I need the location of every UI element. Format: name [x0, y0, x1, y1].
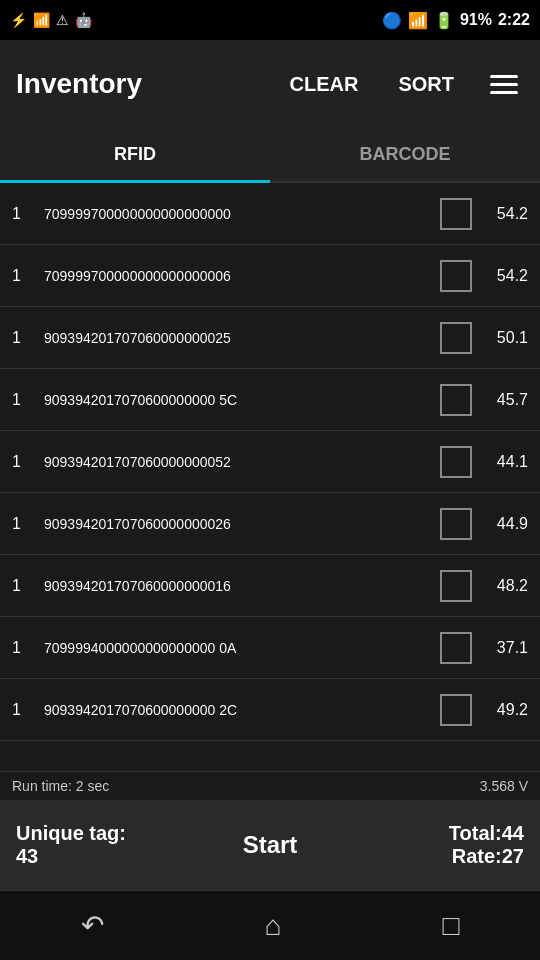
runtime-label: Run time: 2 sec [12, 778, 109, 794]
row-checkbox[interactable] [440, 260, 472, 292]
back-icon[interactable]: ↶ [81, 909, 104, 942]
row-checkbox[interactable] [440, 446, 472, 478]
row-value: 48.2 [480, 577, 528, 595]
row-id: 909394201707060000000025 [36, 330, 440, 346]
row-id: 709999700000000000000006 [36, 268, 440, 284]
row-id: 709999700000000000000000 [36, 206, 440, 222]
row-checkbox[interactable] [440, 322, 472, 354]
nav-bar: ↶ ⌂ □ [0, 890, 540, 960]
table-row: 1 9093942017070600000000 2C 49.2 [0, 679, 540, 741]
total-rate-label: Total:44 Rate:27 [340, 822, 524, 868]
row-value: 45.7 [480, 391, 528, 409]
action-bar: Unique tag: 43 Start Total:44 Rate:27 [0, 800, 540, 890]
unique-tag-label: Unique tag: 43 [16, 822, 200, 868]
android-icon: 🤖 [75, 12, 92, 28]
row-num: 1 [12, 639, 36, 657]
usb-icon: ⚡ [10, 12, 27, 28]
table-row: 1 909394201707060000000025 50.1 [0, 307, 540, 369]
clock: 2:22 [498, 11, 530, 29]
table-row: 1 909394201707060000000052 44.1 [0, 431, 540, 493]
row-id: 909394201707060000000052 [36, 454, 440, 470]
menu-button[interactable] [484, 69, 524, 100]
table-row: 1 709999700000000000000006 54.2 [0, 245, 540, 307]
unique-tag-section: Unique tag: 43 [0, 822, 200, 868]
row-id: 9093942017070600000000 5C [36, 392, 440, 408]
row-checkbox[interactable] [440, 508, 472, 540]
row-checkbox[interactable] [440, 632, 472, 664]
menu-line-3 [490, 91, 518, 94]
row-value: 54.2 [480, 267, 528, 285]
page-title: Inventory [16, 68, 260, 100]
row-id: 909394201707060000000026 [36, 516, 440, 532]
inventory-table: 1 709999700000000000000000 54.2 1 709999… [0, 183, 540, 771]
status-right: 🔵 📶 🔋 91% 2:22 [382, 11, 530, 30]
home-icon[interactable]: ⌂ [265, 910, 282, 942]
row-value: 44.1 [480, 453, 528, 471]
tab-bar: RFID BARCODE [0, 128, 540, 183]
bluetooth-icon: 🔵 [382, 11, 402, 30]
tab-rfid[interactable]: RFID [0, 128, 270, 181]
table-row: 1 709999700000000000000000 54.2 [0, 183, 540, 245]
row-value: 54.2 [480, 205, 528, 223]
row-value: 49.2 [480, 701, 528, 719]
menu-line-2 [490, 83, 518, 86]
tab-barcode[interactable]: BARCODE [270, 128, 540, 181]
row-id: 909394201707060000000016 [36, 578, 440, 594]
table-row: 1 9093942017070600000000 5C 45.7 [0, 369, 540, 431]
row-checkbox[interactable] [440, 198, 472, 230]
row-num: 1 [12, 205, 36, 223]
row-checkbox[interactable] [440, 694, 472, 726]
total-rate-section: Total:44 Rate:27 [340, 822, 540, 868]
warning-icon: ⚠ [56, 12, 69, 28]
table-row: 1 909394201707060000000016 48.2 [0, 555, 540, 617]
runtime-bar: Run time: 2 sec 3.568 V [0, 771, 540, 800]
row-num: 1 [12, 453, 36, 471]
battery-percent: 91% [460, 11, 492, 29]
row-num: 1 [12, 701, 36, 719]
clear-button[interactable]: CLEAR [280, 67, 369, 102]
row-value: 44.9 [480, 515, 528, 533]
start-button[interactable]: Start [243, 831, 298, 859]
row-num: 1 [12, 391, 36, 409]
status-bar: ⚡ 📶 ⚠ 🤖 🔵 📶 🔋 91% 2:22 [0, 0, 540, 40]
row-num: 1 [12, 577, 36, 595]
signal-icon: 📶 [33, 12, 50, 28]
row-checkbox[interactable] [440, 384, 472, 416]
table-row: 1 7099994000000000000000 0A 37.1 [0, 617, 540, 679]
row-id: 7099994000000000000000 0A [36, 640, 440, 656]
row-num: 1 [12, 329, 36, 347]
table-row: 1 909394201707060000000026 44.9 [0, 493, 540, 555]
row-id: 9093942017070600000000 2C [36, 702, 440, 718]
row-checkbox[interactable] [440, 570, 472, 602]
menu-line-1 [490, 75, 518, 78]
wifi-icon: 📶 [408, 11, 428, 30]
header: Inventory CLEAR SORT [0, 40, 540, 128]
recents-icon[interactable]: □ [443, 910, 460, 942]
row-num: 1 [12, 515, 36, 533]
row-value: 50.1 [480, 329, 528, 347]
battery-icon: 🔋 [434, 11, 454, 30]
row-value: 37.1 [480, 639, 528, 657]
status-left: ⚡ 📶 ⚠ 🤖 [10, 12, 92, 28]
sort-button[interactable]: SORT [388, 67, 464, 102]
voltage-label: 3.568 V [480, 778, 528, 794]
start-section: Start [200, 831, 340, 859]
row-num: 1 [12, 267, 36, 285]
